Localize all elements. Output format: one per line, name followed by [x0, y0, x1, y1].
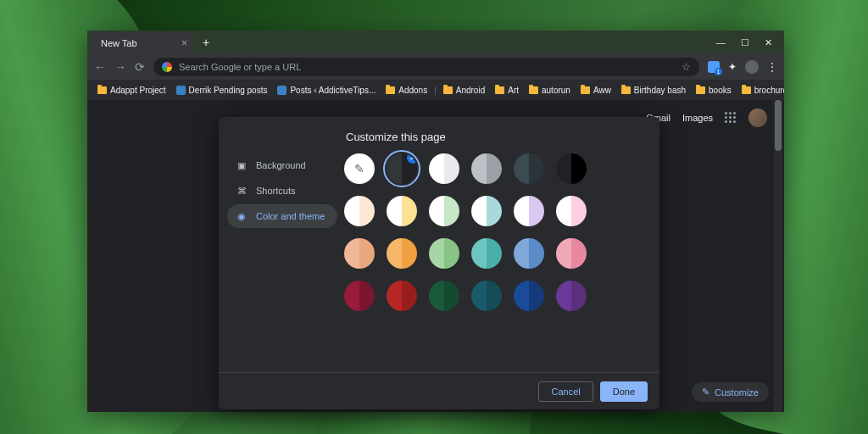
color-swatch[interactable]: [471, 238, 502, 269]
folder-icon: [742, 86, 751, 94]
bookmarks-bar: Adappt ProjectDerrik Pending postsPosts …: [87, 80, 784, 100]
dialog-footer: Cancel Done: [219, 372, 659, 409]
color-swatch[interactable]: [387, 238, 417, 269]
dialog-title: Customize this page: [219, 117, 659, 153]
google-icon: [162, 62, 172, 72]
bookmark-item[interactable]: Android: [440, 86, 488, 95]
color-swatch[interactable]: [344, 281, 375, 311]
eyedropper-icon: ✎: [354, 162, 364, 175]
color-swatch[interactable]: [429, 153, 459, 184]
bookmark-item[interactable]: Derrik Pending posts: [173, 86, 271, 95]
folder-icon: [386, 86, 395, 94]
pencil-icon: ✎: [702, 387, 709, 398]
color-swatch[interactable]: [429, 196, 459, 226]
done-button[interactable]: Done: [600, 381, 648, 402]
folder-icon: [696, 86, 705, 94]
new-tab-page: Gmail Images ✎ Customize Customize this …: [87, 100, 784, 412]
folder-icon: [581, 86, 590, 94]
bookmark-item[interactable]: autorun: [526, 86, 574, 95]
color-swatch[interactable]: ✓: [387, 153, 417, 184]
sidebar-item-color-theme[interactable]: ◉ Color and theme: [227, 204, 337, 228]
star-icon[interactable]: ☆: [682, 61, 691, 73]
menu-icon[interactable]: ⋮: [767, 61, 777, 73]
cancel-button[interactable]: Cancel: [538, 381, 593, 402]
color-swatch[interactable]: [556, 281, 587, 311]
color-swatch[interactable]: ✎: [344, 153, 375, 184]
palette-icon: ◉: [236, 210, 248, 222]
bookmark-item[interactable]: Posts ‹ AddictiveTips...: [274, 86, 379, 95]
maximize-icon[interactable]: ☐: [741, 37, 749, 48]
sidebar-item-shortcuts[interactable]: ⌘ Shortcuts: [227, 179, 337, 203]
back-icon[interactable]: ←: [94, 60, 106, 74]
forward-icon[interactable]: →: [114, 60, 126, 74]
extensions-puzzle-icon[interactable]: ✦: [728, 61, 737, 73]
bookmark-item[interactable]: Art: [492, 86, 522, 95]
browser-window: New Tab × + — ☐ ✕ ← → ⟳ Search Google or…: [87, 31, 784, 412]
window-controls: — ☐ ✕: [716, 37, 784, 48]
avatar[interactable]: [748, 108, 767, 127]
folder-icon: [97, 86, 107, 94]
reload-icon[interactable]: ⟳: [135, 60, 145, 74]
color-swatch[interactable]: [344, 196, 375, 226]
profile-icon[interactable]: [745, 60, 759, 74]
color-swatch[interactable]: [514, 238, 544, 269]
toolbar: ← → ⟳ Search Google or type a URL ☆ ✦ ⋮: [87, 54, 784, 80]
color-swatch[interactable]: [429, 238, 459, 269]
extension-icon[interactable]: [708, 61, 720, 73]
color-swatch[interactable]: [556, 196, 587, 226]
sidebar-item-background[interactable]: ▣ Background: [227, 153, 337, 177]
tab-title: New Tab: [101, 38, 137, 48]
dialog-sidebar: ▣ Background ⌘ Shortcuts ◉ Color and the…: [219, 153, 337, 372]
close-icon[interactable]: ×: [181, 37, 187, 49]
bookmark-item[interactable]: Aww: [577, 86, 615, 95]
folder-icon: [621, 86, 631, 94]
close-window-icon[interactable]: ✕: [765, 37, 772, 48]
color-swatch[interactable]: [471, 153, 502, 184]
bookmark-item[interactable]: brochure: [738, 86, 784, 95]
folder-icon: [443, 86, 453, 94]
header-links: Gmail Images: [646, 108, 767, 127]
color-swatch[interactable]: [514, 281, 544, 311]
tab-new-tab[interactable]: New Tab ×: [92, 32, 194, 54]
color-swatch[interactable]: [471, 196, 502, 226]
color-swatch[interactable]: [471, 281, 502, 311]
folder-icon: [495, 86, 504, 94]
image-icon: ▣: [236, 159, 248, 171]
color-swatch[interactable]: [514, 196, 544, 226]
bookmark-item[interactable]: Adappt Project: [94, 86, 170, 95]
new-tab-button[interactable]: +: [203, 36, 209, 49]
check-icon: ✓: [407, 153, 417, 164]
color-swatch[interactable]: [556, 153, 587, 184]
bookmark-item[interactable]: Addons: [382, 86, 431, 95]
color-swatches: ✎✓: [337, 153, 659, 372]
titlebar: New Tab × + — ☐ ✕: [87, 31, 784, 54]
folder-icon: [529, 86, 538, 94]
bookmark-item[interactable]: Birthday bash: [618, 86, 689, 95]
omnibox-placeholder: Search Google or type a URL: [179, 62, 301, 72]
minimize-icon[interactable]: —: [716, 37, 726, 48]
color-swatch[interactable]: [344, 238, 375, 269]
color-swatch[interactable]: [556, 238, 587, 269]
bookmark-item[interactable]: books: [693, 86, 735, 95]
customize-button[interactable]: ✎ Customize: [692, 382, 769, 402]
omnibox[interactable]: Search Google or type a URL ☆: [153, 58, 699, 76]
link-icon: ⌘: [236, 185, 248, 197]
customize-dialog: Customize this page ▣ Background ⌘ Short…: [219, 117, 659, 409]
color-swatch[interactable]: [387, 281, 417, 311]
site-icon: [277, 86, 287, 95]
images-link[interactable]: Images: [682, 113, 713, 123]
site-icon: [176, 86, 186, 95]
apps-grid-icon[interactable]: [725, 112, 737, 124]
color-swatch[interactable]: [514, 153, 544, 184]
scrollbar[interactable]: [774, 100, 782, 412]
color-swatch[interactable]: [387, 196, 417, 226]
color-swatch[interactable]: [429, 281, 459, 311]
